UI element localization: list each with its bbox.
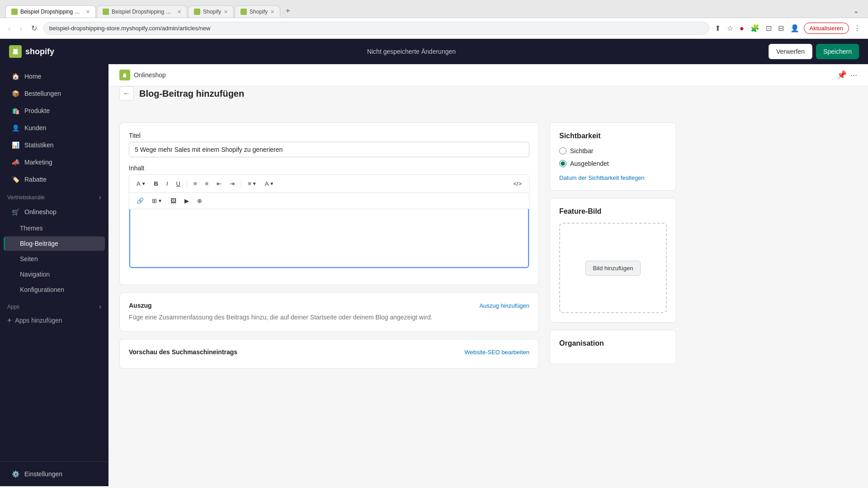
screenshot-icon[interactable]: ⊡ bbox=[764, 22, 774, 34]
menu-icon[interactable]: ⋮ bbox=[852, 22, 863, 34]
profile-icon[interactable]: 👤 bbox=[788, 22, 801, 34]
tab-close-1[interactable]: ✕ bbox=[86, 9, 90, 15]
sidebar-sub-item-navigation[interactable]: Navigation bbox=[4, 267, 105, 282]
sidebar-item-marketing[interactable]: 📣 Marketing bbox=[4, 154, 105, 170]
text-color-icon: A bbox=[265, 180, 269, 187]
editor-toolbar-row1: A ▼ B I bbox=[129, 175, 529, 193]
more-insert-button[interactable]: ⊕ bbox=[193, 196, 206, 206]
sidebar-item-onlineshop[interactable]: 🛒 Onlineshop bbox=[4, 204, 105, 220]
tab-favicon-2 bbox=[103, 9, 109, 15]
italic-button[interactable]: I bbox=[163, 178, 172, 189]
ordered-list-icon: ≡ bbox=[205, 180, 209, 187]
new-tab-button[interactable]: + bbox=[281, 4, 294, 18]
add-excerpt-link[interactable]: Auszug hinzufügen bbox=[479, 302, 529, 309]
indent-decrease-icon: ⇤ bbox=[217, 180, 222, 187]
sidebar-sub-item-pages[interactable]: Seiten bbox=[4, 252, 105, 266]
tab-close-2[interactable]: ✕ bbox=[177, 9, 181, 15]
bold-icon: B bbox=[154, 180, 158, 187]
share-icon[interactable]: ⬆ bbox=[713, 22, 722, 34]
apps-chevron-icon[interactable]: › bbox=[99, 303, 101, 311]
underline-icon: U bbox=[176, 180, 180, 187]
sidebar-sub-item-blog-posts[interactable]: Blog-Beiträge bbox=[4, 236, 105, 251]
address-bar[interactable] bbox=[43, 22, 709, 35]
forward-button[interactable]: › bbox=[17, 23, 24, 33]
sidebar-item-products[interactable]: 🛍️ Produkte bbox=[4, 103, 105, 119]
update-button[interactable]: Aktualisieren bbox=[804, 23, 849, 34]
opera-icon[interactable]: ● bbox=[738, 23, 746, 34]
sidebar-item-label-orders: Bestellungen bbox=[24, 90, 61, 97]
text-format-button[interactable]: A ▼ bbox=[133, 178, 150, 189]
video-button[interactable]: ▶ bbox=[181, 196, 193, 206]
save-button[interactable]: Speichern bbox=[816, 44, 859, 59]
browser-tab-4[interactable]: Shopify ✕ bbox=[235, 5, 280, 18]
excerpt-text: Füge eine Zusammenfassung des Beitrags h… bbox=[129, 313, 529, 322]
back-button[interactable]: ← bbox=[119, 86, 134, 101]
tab-favicon-3 bbox=[194, 9, 200, 15]
back-button[interactable]: ‹ bbox=[5, 23, 13, 33]
app-header: shopify Nicht gespeicherte Änderungen Ve… bbox=[0, 39, 868, 64]
sidebar-item-analytics[interactable]: 📊 Statistiken bbox=[4, 137, 105, 153]
align-icon: ≡ bbox=[248, 180, 251, 187]
browser-tab-1[interactable]: Beispiel Dropshipping Store -... ✕ bbox=[5, 5, 96, 18]
link-icon: 🔗 bbox=[137, 197, 144, 204]
editor-content-area[interactable] bbox=[129, 209, 529, 268]
indent-increase-button[interactable]: ⇥ bbox=[226, 178, 238, 189]
reload-button[interactable]: ↻ bbox=[28, 23, 40, 33]
sidebar-item-label-products: Produkte bbox=[24, 107, 50, 114]
ordered-list-button[interactable]: ≡ bbox=[202, 178, 212, 189]
add-image-button[interactable]: Bild hinzufügen bbox=[585, 261, 641, 276]
sidebar-sub-item-themes[interactable]: Themes bbox=[4, 221, 105, 235]
shopify-logo-icon bbox=[9, 45, 22, 58]
analytics-icon: 📊 bbox=[11, 141, 20, 149]
bookmark-icon[interactable]: ☆ bbox=[725, 22, 735, 34]
sidebar-add-apps[interactable]: + Apps hinzufügen bbox=[0, 313, 108, 328]
hidden-radio[interactable] bbox=[559, 160, 566, 167]
sidebar-item-discounts[interactable]: 🏷️ Rabatte bbox=[4, 171, 105, 188]
sidebar-item-settings[interactable]: ⚙️ Einstellungen bbox=[4, 466, 105, 482]
apps-section: Apps › bbox=[0, 297, 108, 313]
sidebar-sub-item-configuration[interactable]: Konfigurationen bbox=[4, 282, 105, 297]
bold-button[interactable]: B bbox=[151, 178, 162, 189]
sub-header: Onlineshop 📌 ··· bbox=[108, 64, 868, 86]
vertrieb-chevron-icon[interactable]: › bbox=[99, 193, 101, 202]
header-actions: Verwerfen Speichern bbox=[769, 44, 859, 59]
discard-button[interactable]: Verwerfen bbox=[769, 44, 812, 59]
excerpt-card: Auszug Auszug hinzufügen Füge eine Zusam… bbox=[119, 292, 539, 332]
visibility-radio-group: Sichtbar Ausgeblendet bbox=[559, 147, 667, 167]
text-color-button[interactable]: A ▼ bbox=[261, 178, 278, 189]
title-input[interactable] bbox=[129, 142, 529, 157]
underline-button[interactable]: U bbox=[173, 178, 184, 189]
plus-icon: + bbox=[7, 316, 11, 324]
tab-close-4[interactable]: ✕ bbox=[270, 9, 274, 15]
visible-radio[interactable] bbox=[559, 147, 566, 155]
browser-tab-2[interactable]: Beispiel Dropshipping Store ✕ bbox=[97, 5, 187, 18]
feature-image-placeholder[interactable]: Bild hinzufügen bbox=[559, 223, 667, 313]
image-button[interactable]: 🖼 bbox=[167, 196, 180, 206]
tab-favicon-4 bbox=[241, 9, 247, 15]
bullet-list-button[interactable]: ≡ bbox=[190, 178, 201, 189]
align-button[interactable]: ≡ ▼ bbox=[244, 178, 260, 189]
onlineshop-icon: 🛒 bbox=[11, 208, 20, 216]
sidebar-item-customers[interactable]: 👤 Kunden bbox=[4, 120, 105, 136]
pin-button[interactable]: 📌 bbox=[837, 70, 847, 80]
tab-favicon-1 bbox=[11, 9, 18, 15]
table-button[interactable]: ⊞ ▼ bbox=[148, 196, 166, 206]
browser-tab-3[interactable]: Shopify ✕ bbox=[188, 5, 234, 18]
code-view-button[interactable]: </> bbox=[509, 178, 525, 189]
sub-header-actions: 📌 ··· bbox=[837, 70, 857, 80]
schedule-visibility-link[interactable]: Datum der Sichtbarkeit festlegen bbox=[559, 174, 667, 181]
seo-edit-link[interactable]: Website-SEO bearbeiten bbox=[464, 349, 529, 356]
tab-close-3[interactable]: ✕ bbox=[224, 9, 228, 15]
sidebar-item-home[interactable]: 🏠 Home bbox=[4, 68, 105, 84]
toolbar-separator-1 bbox=[187, 179, 187, 188]
visibility-option-hidden[interactable]: Ausgeblendet bbox=[559, 160, 667, 167]
more-options-button[interactable]: ··· bbox=[850, 70, 857, 80]
indent-decrease-button[interactable]: ⇤ bbox=[213, 178, 225, 189]
tab-label-3: Shopify bbox=[203, 9, 221, 15]
tab-grid-icon[interactable]: ⊟ bbox=[776, 22, 786, 34]
sidebar-item-orders[interactable]: 📦 Bestellungen bbox=[4, 85, 105, 102]
tab-list-button[interactable]: ⌄ bbox=[849, 4, 863, 18]
link-button[interactable]: 🔗 bbox=[133, 196, 147, 206]
extensions-icon[interactable]: 🧩 bbox=[749, 22, 761, 34]
visibility-option-visible[interactable]: Sichtbar bbox=[559, 147, 667, 155]
